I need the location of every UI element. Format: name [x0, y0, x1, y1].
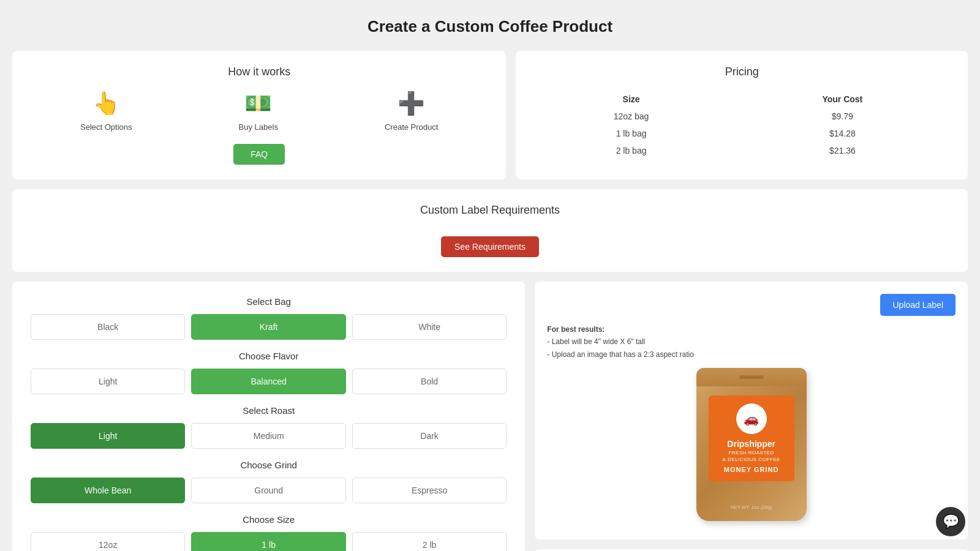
custom-label-card: Custom Label Requirements See Requiremen…	[12, 189, 968, 272]
pricing-size-12oz: 12oz bag	[530, 108, 731, 125]
pricing-title: Pricing	[530, 66, 953, 78]
pricing-size-2lb: 2 lb bag	[530, 142, 731, 159]
size-options: 12oz 1 lb 2 lb	[31, 532, 507, 551]
how-it-works-card: How it works 👆 Select Options 💵 Buy Labe…	[12, 51, 506, 179]
roast-option-dark[interactable]: Dark	[352, 423, 507, 449]
best-results-text: For best results: - Label will be 4" wid…	[547, 323, 956, 361]
bag-option-kraft[interactable]: Kraft	[191, 314, 345, 340]
step-select-options: 👆 Select Options	[80, 91, 132, 132]
chat-bubble[interactable]: 💬	[936, 507, 965, 536]
label-subtitle: & DELICIOUS COFFEE	[722, 457, 780, 462]
upload-label-button[interactable]: Upload Label	[880, 294, 956, 316]
choose-flavor-group: Choose Flavor Light Balanced Bold	[31, 351, 507, 394]
step-create-product: ➕ Create Product	[385, 91, 438, 132]
select-roast-title: Select Roast	[31, 405, 507, 416]
grind-option-espresso[interactable]: Espresso	[352, 478, 507, 503]
size-option-12oz[interactable]: 12oz	[31, 532, 185, 551]
pricing-header-cost: Your Cost	[732, 91, 953, 108]
step-select-options-label: Select Options	[80, 122, 132, 132]
bag-top	[696, 368, 807, 386]
buy-labels-icon: 💵	[244, 91, 272, 116]
options-card: Select Bag Black Kraft White Choose Flav…	[12, 282, 525, 551]
best-results-point-1: - Label will be 4" wide X 6" tall	[547, 337, 645, 346]
coffee-bag-preview: 🚗 Dripshipper FRESH ROASTED & DELICIOUS …	[547, 368, 956, 527]
select-roast-group: Select Roast Light Medium Dark	[31, 405, 507, 449]
choose-grind-title: Choose Grind	[31, 460, 507, 470]
flavor-option-bold[interactable]: Bold	[352, 369, 507, 394]
label-product: MONEY GRIND	[724, 466, 779, 473]
size-option-2lb[interactable]: 2 lb	[352, 532, 507, 551]
steps-container: 👆 Select Options 💵 Buy Labels ➕ Create P…	[27, 91, 491, 132]
bag-seal	[739, 375, 764, 379]
pricing-row-12oz: 12oz bag $9.79	[530, 108, 953, 125]
step-create-product-label: Create Product	[385, 122, 438, 132]
grind-options: Whole Bean Ground Espresso	[31, 478, 507, 503]
see-requirements-button[interactable]: See Requirements	[441, 236, 539, 257]
step-buy-labels: 💵 Buy Labels	[239, 91, 278, 132]
create-product-icon: ➕	[398, 91, 425, 116]
bag-bottom-text: NET WT. 1oz (28g)	[696, 504, 807, 510]
how-it-works-title: How it works	[27, 66, 491, 78]
select-bag-group: Select Bag Black Kraft White	[31, 296, 507, 340]
pricing-cost-1lb: $14.28	[732, 125, 953, 142]
label-logo-circle: 🚗	[736, 403, 767, 434]
step-buy-labels-label: Buy Labels	[239, 122, 278, 132]
bag-options: Black Kraft White	[31, 314, 507, 340]
pricing-row-1lb: 1 lb bag $14.28	[530, 125, 953, 142]
bag-label: 🚗 Dripshipper FRESH ROASTED & DELICIOUS …	[709, 395, 794, 481]
choose-flavor-title: Choose Flavor	[31, 351, 507, 361]
best-results-heading: For best results:	[547, 325, 605, 334]
page-title: Create a Custom Coffee Product	[12, 17, 968, 36]
pricing-header-size: Size	[530, 91, 731, 108]
flavor-option-balanced[interactable]: Balanced	[191, 369, 345, 394]
grind-option-ground[interactable]: Ground	[191, 478, 345, 503]
pricing-size-1lb: 1 lb bag	[530, 125, 731, 142]
pricing-table: Size Your Cost 12oz bag $9.79 1 lb bag $…	[530, 91, 953, 159]
size-option-1lb[interactable]: 1 lb	[191, 532, 345, 551]
pricing-cost-12oz: $9.79	[732, 108, 953, 125]
bag-option-white[interactable]: White	[352, 314, 507, 340]
pricing-cost-2lb: $21.36	[732, 142, 953, 159]
preview-top: Upload Label	[547, 294, 956, 316]
label-brand: Dripshipper	[727, 439, 775, 449]
roast-option-medium[interactable]: Medium	[191, 423, 345, 449]
label-roasted: FRESH ROASTED	[728, 450, 774, 455]
pricing-card: Pricing Size Your Cost 12oz bag $9.79 1 …	[516, 51, 968, 179]
preview-card: Upload Label For best results: - Label w…	[535, 282, 968, 539]
faq-button[interactable]: FAQ	[233, 144, 285, 165]
label-logo-icon: 🚗	[744, 411, 759, 426]
choose-grind-group: Choose Grind Whole Bean Ground Espresso	[31, 460, 507, 503]
bag-option-black[interactable]: Black	[31, 314, 185, 340]
grind-option-wholebean[interactable]: Whole Bean	[31, 478, 185, 503]
bag-shape: 🚗 Dripshipper FRESH ROASTED & DELICIOUS …	[696, 368, 807, 521]
roast-option-light[interactable]: Light	[31, 423, 185, 449]
bag-container: 🚗 Dripshipper FRESH ROASTED & DELICIOUS …	[690, 368, 813, 527]
flavor-option-light[interactable]: Light	[31, 369, 185, 394]
flavor-options: Light Balanced Bold	[31, 369, 507, 394]
best-results-point-2: - Upload an image that has a 2:3 aspect …	[547, 350, 693, 359]
select-options-icon: 👆	[92, 91, 120, 116]
pricing-row-2lb: 2 lb bag $21.36	[530, 142, 953, 159]
roast-options: Light Medium Dark	[31, 423, 507, 449]
choose-size-title: Choose Size	[31, 514, 507, 525]
chat-icon: 💬	[943, 514, 959, 530]
select-bag-title: Select Bag	[31, 296, 507, 307]
custom-label-title: Custom Label Requirements	[27, 204, 953, 217]
choose-size-group: Choose Size 12oz 1 lb 2 lb	[31, 514, 507, 551]
